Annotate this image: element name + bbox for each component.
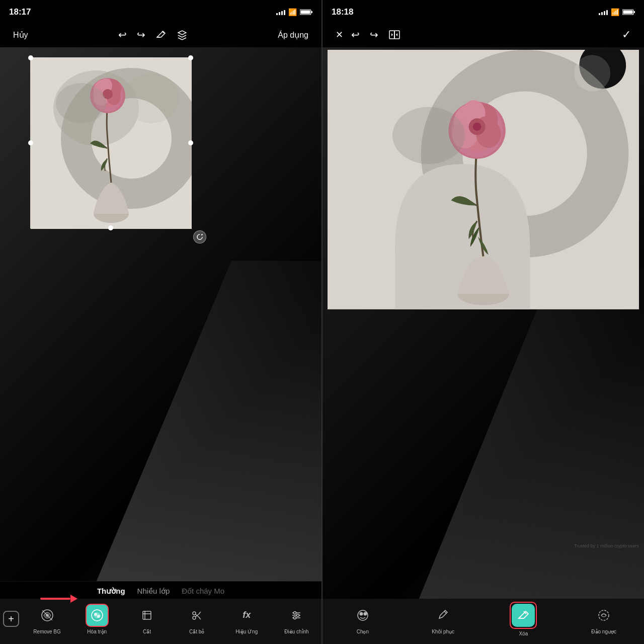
right-undo-icon[interactable]: ↩ — [351, 29, 360, 41]
arrow-annotation — [40, 595, 77, 603]
confirm-icon[interactable]: ✓ — [622, 28, 631, 41]
right-signal-icon — [599, 9, 608, 15]
hoa-tron-label: Hòa trộn — [87, 629, 107, 634]
right-status-icons: 📶 — [599, 8, 635, 16]
svg-rect-38 — [634, 11, 635, 13]
wifi-icon: 📶 — [288, 8, 297, 16]
khoi-phuc-label: Khôi phục — [432, 629, 454, 634]
svg-point-36 — [294, 616, 296, 619]
add-button[interactable]: + — [0, 611, 22, 627]
left-bottom-toolbar: + Remove BG — [0, 599, 321, 644]
cat-icon — [140, 608, 154, 622]
right-image-container — [328, 47, 639, 599]
svg-rect-2 — [301, 11, 310, 14]
hieu-ung-label: Hiệu Ứng — [235, 629, 258, 634]
left-panel: 18:17 📶 Hủy ↩ ↪ — [0, 0, 321, 644]
hoa-tron-icon — [90, 608, 104, 622]
khoi-phuc-tool[interactable]: Khôi phục — [403, 604, 484, 634]
right-canvas: Trusted by 1 million crypto users — [323, 47, 644, 599]
compare-icon[interactable] — [388, 29, 400, 41]
svg-point-61 — [392, 107, 465, 164]
right-wifi-icon: 📶 — [611, 8, 619, 16]
eraser-icon[interactable] — [155, 29, 167, 40]
handle-bottom-middle[interactable] — [108, 225, 113, 230]
hieu-ung-tool[interactable]: fx Hiệu Ứng — [222, 604, 272, 634]
khoi-phuc-icon-wrap — [432, 604, 455, 627]
watermark: Trusted by 1 million crypto users — [574, 543, 639, 548]
right-panel: 18:18 📶 ✕ ↩ ↪ — [323, 0, 644, 644]
handle-middle-left[interactable] — [28, 140, 33, 145]
hoa-tron-tool[interactable]: Hòa trộn — [72, 604, 122, 634]
remove-bg-icon — [40, 608, 54, 622]
signal-icon — [276, 9, 285, 15]
svg-point-28 — [193, 612, 196, 615]
dao-nguoc-icon-wrap — [592, 604, 615, 627]
right-flower-image — [328, 50, 639, 309]
blend-normal[interactable]: Thường — [97, 587, 125, 596]
arrow-head — [70, 595, 77, 603]
cat-bo-icon-wrap — [185, 604, 208, 627]
svg-point-64 — [359, 612, 363, 615]
chon-icon-wrap — [351, 604, 374, 627]
toolbar-actions: ↩ ↪ — [114, 29, 192, 41]
layers-icon[interactable] — [177, 29, 188, 40]
dieu-chinh-tool[interactable]: Điều chỉnh — [272, 604, 321, 634]
left-toolbar: Hủy ↩ ↪ Áp dụng — [0, 22, 321, 47]
xoa-selected-border — [510, 602, 537, 629]
cat-bo-icon — [190, 608, 204, 622]
handle-top-left[interactable] — [28, 55, 33, 60]
svg-point-62 — [574, 55, 610, 91]
svg-point-17 — [56, 83, 106, 123]
pencil-icon — [436, 608, 450, 622]
left-status-bar: 18:17 📶 — [0, 0, 321, 22]
right-redo-icon[interactable]: ↪ — [370, 29, 378, 41]
svg-point-22 — [94, 613, 97, 616]
blend-multiply[interactable]: Nhiều lớp — [137, 587, 170, 596]
xoa-tool[interactable]: Xóa — [484, 602, 564, 636]
hoa-tron-icon-wrap — [86, 604, 109, 627]
cancel-button[interactable]: Hủy — [9, 28, 32, 42]
left-canvas — [0, 47, 321, 581]
cat-bo-tool[interactable]: Cắt bỏ — [172, 604, 222, 634]
svg-rect-39 — [623, 11, 633, 14]
cat-icon-wrap — [135, 604, 158, 627]
dao-nguoc-tool[interactable]: Đảo ngược — [564, 604, 644, 634]
svg-rect-63 — [358, 610, 368, 620]
close-icon[interactable]: ✕ — [336, 29, 343, 40]
remove-bg-tool[interactable]: Remove BG — [22, 604, 72, 634]
dao-nguoc-label: Đảo ngược — [591, 629, 616, 634]
dieu-chinh-label: Điều chỉnh — [284, 629, 308, 634]
svg-point-27 — [193, 616, 196, 619]
blend-burn[interactable]: Đốt cháy Mo — [182, 587, 224, 596]
dieu-chinh-icon-wrap — [285, 604, 308, 627]
right-time: 18:18 — [332, 7, 353, 17]
handle-middle-right[interactable] — [188, 140, 193, 145]
xoa-eraser-icon — [516, 608, 530, 622]
flower-image — [31, 58, 192, 229]
apply-button[interactable]: Áp dụng — [274, 28, 312, 42]
left-time: 18:17 — [9, 7, 31, 17]
svg-point-65 — [363, 612, 367, 615]
svg-rect-1 — [311, 11, 313, 13]
image-frame-container[interactable] — [30, 57, 191, 228]
remove-bg-icon-wrap — [36, 604, 59, 627]
right-toolbar: ✕ ↩ ↪ ✓ — [323, 22, 644, 47]
svg-point-60 — [473, 122, 481, 131]
undo-icon[interactable]: ↩ — [118, 29, 127, 41]
svg-rect-24 — [143, 611, 151, 619]
svg-point-66 — [599, 610, 609, 620]
right-bottom-toolbar: Chọn Khôi phục — [323, 599, 644, 644]
cat-label: Cắt — [143, 629, 151, 634]
arrow-body — [40, 598, 70, 600]
chon-label: Chọn — [357, 629, 369, 634]
svg-point-23 — [97, 615, 100, 618]
cat-tool[interactable]: Cắt — [122, 604, 172, 634]
redo-icon[interactable]: ↪ — [137, 29, 145, 41]
chon-tool[interactable]: Chọn — [323, 604, 403, 634]
battery-icon — [300, 9, 312, 15]
rotate-button[interactable] — [193, 230, 206, 244]
handle-top-right[interactable] — [188, 55, 193, 60]
crop-frame[interactable] — [30, 57, 191, 228]
sliders-icon — [289, 608, 303, 622]
swap-icon — [597, 608, 611, 622]
